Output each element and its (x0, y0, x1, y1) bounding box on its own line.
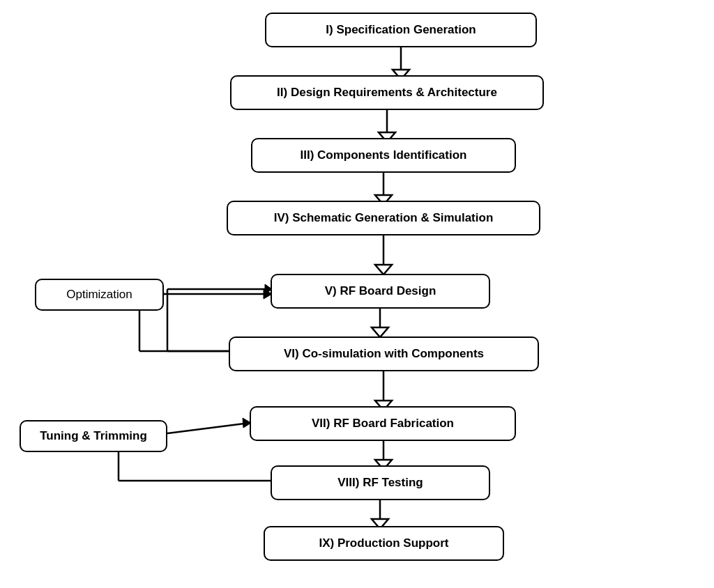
box-rf-board-fabrication: VII) RF Board Fabrication (250, 406, 516, 441)
svg-line-26 (167, 423, 250, 433)
box-production-support: IX) Production Support (264, 526, 504, 561)
box-co-simulation: VI) Co-simulation with Components (229, 336, 539, 371)
box-rf-testing: VIII) RF Testing (271, 465, 490, 500)
svg-marker-9 (372, 327, 388, 337)
box-optimization: Optimization (35, 279, 164, 311)
box-specification: I) Specification Generation (265, 13, 537, 47)
box-schematic-generation: IV) Schematic Generation & Simulation (227, 201, 540, 235)
box-rf-board-design: V) RF Board Design (271, 274, 490, 309)
box-tuning-trimming: Tuning & Trimming (20, 420, 167, 452)
box-design-requirements: II) Design Requirements & Architecture (230, 75, 544, 110)
svg-marker-7 (375, 265, 392, 274)
diagram: I) Specification Generation II) Design R… (0, 0, 714, 588)
box-components-identification: III) Components Identification (251, 138, 516, 173)
